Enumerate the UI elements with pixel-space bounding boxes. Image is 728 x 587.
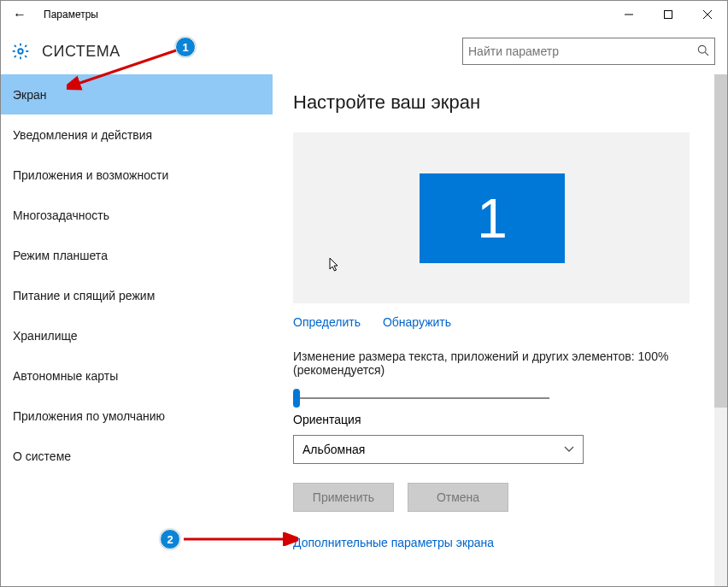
content-pane: Настройте ваш экран 1 Определить Обнаруж… (273, 74, 727, 586)
sidebar-item-label: Приложения по умолчанию (13, 409, 165, 423)
svg-point-4 (18, 49, 23, 54)
sidebar-item-multitasking[interactable]: Многозадачность (1, 195, 273, 235)
window-title: Параметры (38, 9, 98, 21)
window-controls (609, 1, 727, 28)
orientation-value: Альбомная (302, 443, 365, 456)
cursor-icon (329, 257, 341, 276)
scrollbar-thumb[interactable] (714, 74, 727, 408)
header: СИСТЕМА (1, 28, 727, 74)
advanced-display-link[interactable]: Дополнительные параметры экрана (293, 536, 712, 549)
sidebar-item-label: Автономные карты (13, 369, 118, 383)
identify-link[interactable]: Определить (293, 315, 361, 329)
orientation-label: Ориентация (293, 413, 712, 426)
sidebar-item-label: Экран (13, 88, 47, 102)
sidebar-item-offline-maps[interactable]: Автономные карты (1, 355, 273, 396)
slider-thumb[interactable] (293, 389, 300, 408)
search-input[interactable] (468, 44, 697, 58)
monitor-number: 1 (477, 187, 508, 250)
page-heading: Настройте ваш экран (293, 91, 712, 114)
sidebar-item-label: Режим планшета (13, 249, 108, 262)
sidebar-item-default-apps[interactable]: Приложения по умолчанию (1, 396, 273, 436)
sidebar-item-about[interactable]: О системе (1, 436, 273, 476)
sidebar-item-label: Многозадачность (13, 208, 109, 222)
section-title: СИСТЕМА (42, 43, 120, 61)
sidebar-item-label: О системе (13, 449, 71, 463)
search-icon (697, 44, 709, 59)
back-arrow-icon: ← (13, 7, 26, 22)
orientation-dropdown[interactable]: Альбомная (293, 435, 584, 464)
scale-label: Изменение размера текста, приложений и д… (293, 349, 712, 377)
monitor-preview-area[interactable]: 1 (293, 132, 690, 303)
cancel-label: Отмена (437, 490, 479, 504)
svg-line-6 (705, 52, 708, 56)
scale-slider[interactable] (293, 390, 549, 392)
sidebar-item-label: Хранилище (13, 329, 78, 343)
search-box[interactable] (462, 38, 715, 65)
minimize-button[interactable] (609, 1, 649, 28)
sidebar-item-display[interactable]: Экран (1, 74, 273, 114)
slider-track (293, 397, 549, 399)
titlebar: ← Параметры (1, 1, 727, 28)
detect-link[interactable]: Обнаружить (383, 315, 451, 329)
sidebar-item-apps[interactable]: Приложения и возможности (1, 155, 273, 195)
sidebar-item-label: Приложения и возможности (13, 168, 168, 182)
sidebar-item-storage[interactable]: Хранилище (1, 315, 273, 355)
maximize-button[interactable] (649, 1, 688, 28)
sidebar-item-notifications[interactable]: Уведомления и действия (1, 114, 273, 155)
cancel-button[interactable]: Отмена (408, 483, 508, 512)
chevron-down-icon (564, 443, 574, 455)
back-button[interactable]: ← (1, 1, 38, 28)
sidebar-item-label: Уведомления и действия (13, 128, 152, 142)
apply-button[interactable]: Применить (293, 483, 394, 512)
vertical-scrollbar[interactable] (714, 74, 727, 586)
svg-rect-1 (665, 11, 672, 19)
sidebar-item-tablet[interactable]: Режим планшета (1, 235, 273, 275)
gear-icon (9, 40, 32, 62)
close-button[interactable] (688, 1, 727, 28)
sidebar-item-power[interactable]: Питание и спящий режим (1, 275, 273, 315)
apply-label: Применить (313, 490, 374, 504)
svg-point-5 (698, 45, 706, 53)
sidebar-item-label: Питание и спящий режим (13, 289, 155, 302)
monitor-tile-1[interactable]: 1 (420, 173, 565, 263)
sidebar: Экран Уведомления и действия Приложения … (1, 74, 273, 586)
